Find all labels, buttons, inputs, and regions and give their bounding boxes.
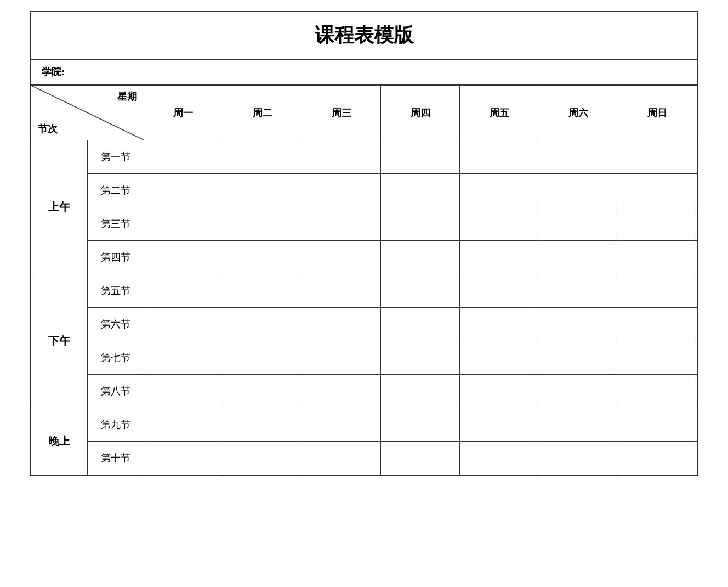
- slot-1-0-day-2[interactable]: [302, 274, 381, 308]
- period-row: 第十节: [31, 442, 697, 475]
- slot-0-1-day-4[interactable]: [460, 174, 539, 207]
- slot-0-3-day-4[interactable]: [460, 241, 539, 274]
- slot-2-1-day-6[interactable]: [618, 442, 697, 475]
- slot-1-2-day-2[interactable]: [302, 341, 381, 375]
- slot-0-0-day-5[interactable]: [539, 140, 618, 174]
- period-name-1-0: 第五节: [87, 274, 144, 308]
- period-name-1-1: 第六节: [87, 308, 144, 341]
- day-header-tue: 周二: [223, 86, 302, 140]
- slot-2-1-day-3[interactable]: [381, 442, 460, 475]
- slot-1-2-day-3[interactable]: [381, 341, 460, 375]
- period-name-0-2: 第三节: [87, 207, 144, 241]
- slot-2-0-day-1[interactable]: [223, 408, 302, 442]
- slot-1-2-day-6[interactable]: [618, 341, 697, 375]
- slot-2-1-day-1[interactable]: [223, 442, 302, 475]
- slot-1-3-day-4[interactable]: [460, 375, 539, 408]
- slot-0-0-day-4[interactable]: [460, 140, 539, 174]
- slot-1-2-day-0[interactable]: [144, 341, 223, 375]
- slot-1-3-day-0[interactable]: [144, 375, 223, 408]
- period-name-2-1: 第十节: [87, 442, 144, 475]
- group-label-1: 下午: [31, 274, 88, 408]
- academy-row: 学院:: [31, 60, 697, 85]
- period-name-2-0: 第九节: [87, 408, 144, 442]
- slot-1-1-day-3[interactable]: [381, 308, 460, 341]
- slot-0-2-day-5[interactable]: [539, 207, 618, 241]
- diagonal-top-label: 星期: [117, 90, 137, 103]
- slot-2-0-day-2[interactable]: [302, 408, 381, 442]
- slot-0-2-day-2[interactable]: [302, 207, 381, 241]
- slot-0-1-day-5[interactable]: [539, 174, 618, 207]
- period-name-1-3: 第八节: [87, 375, 144, 408]
- diagonal-bottom-label: 节次: [38, 122, 58, 136]
- slot-0-1-day-2[interactable]: [302, 174, 381, 207]
- slot-1-1-day-0[interactable]: [144, 308, 223, 341]
- period-row: 第三节: [31, 207, 697, 241]
- slot-0-3-day-3[interactable]: [381, 241, 460, 274]
- period-name-1-2: 第七节: [87, 341, 144, 375]
- slot-2-0-day-4[interactable]: [460, 408, 539, 442]
- slot-2-1-day-2[interactable]: [302, 442, 381, 475]
- day-header-sun: 周日: [618, 86, 697, 140]
- slot-2-1-day-0[interactable]: [144, 442, 223, 475]
- slot-2-0-day-0[interactable]: [144, 408, 223, 442]
- slot-1-3-day-3[interactable]: [381, 375, 460, 408]
- period-row: 第七节: [31, 341, 697, 375]
- slot-0-3-day-0[interactable]: [144, 241, 223, 274]
- slot-1-1-day-6[interactable]: [618, 308, 697, 341]
- slot-1-3-day-6[interactable]: [618, 375, 697, 408]
- period-row: 第八节: [31, 375, 697, 408]
- slot-1-0-day-5[interactable]: [539, 274, 618, 308]
- slot-2-0-day-3[interactable]: [381, 408, 460, 442]
- slot-0-1-day-1[interactable]: [223, 174, 302, 207]
- slot-1-0-day-0[interactable]: [144, 274, 223, 308]
- slot-0-3-day-1[interactable]: [223, 241, 302, 274]
- day-header-sat: 周六: [539, 86, 618, 140]
- slot-0-0-day-1[interactable]: [223, 140, 302, 174]
- slot-1-1-day-2[interactable]: [302, 308, 381, 341]
- slot-0-1-day-3[interactable]: [381, 174, 460, 207]
- slot-1-2-day-4[interactable]: [460, 341, 539, 375]
- slot-0-0-day-2[interactable]: [302, 140, 381, 174]
- slot-1-3-day-5[interactable]: [539, 375, 618, 408]
- period-name-0-1: 第二节: [87, 174, 144, 207]
- period-name-0-3: 第四节: [87, 241, 144, 274]
- slot-0-2-day-4[interactable]: [460, 207, 539, 241]
- period-row: 第四节: [31, 241, 697, 274]
- schedule-container: 课程表模版 学院: 星期 节次 周一 周二 周三 周四 周五 周六 周日: [30, 11, 698, 476]
- slot-1-1-day-1[interactable]: [223, 308, 302, 341]
- slot-2-0-day-6[interactable]: [618, 408, 697, 442]
- slot-1-3-day-1[interactable]: [223, 375, 302, 408]
- period-row: 第六节: [31, 308, 697, 341]
- slot-1-0-day-3[interactable]: [381, 274, 460, 308]
- period-row: 第二节: [31, 174, 697, 207]
- slot-0-1-day-6[interactable]: [618, 174, 697, 207]
- slot-1-2-day-5[interactable]: [539, 341, 618, 375]
- slot-1-3-day-2[interactable]: [302, 375, 381, 408]
- slot-2-1-day-4[interactable]: [460, 442, 539, 475]
- slot-1-2-day-1[interactable]: [223, 341, 302, 375]
- title: 课程表模版: [31, 12, 697, 60]
- slot-1-0-day-4[interactable]: [460, 274, 539, 308]
- day-header-mon: 周一: [144, 86, 223, 140]
- slot-0-2-day-6[interactable]: [618, 207, 697, 241]
- slot-0-3-day-6[interactable]: [618, 241, 697, 274]
- slot-0-1-day-0[interactable]: [144, 174, 223, 207]
- slot-0-2-day-1[interactable]: [223, 207, 302, 241]
- header-row: 星期 节次 周一 周二 周三 周四 周五 周六 周日: [31, 86, 697, 140]
- slot-0-3-day-5[interactable]: [539, 241, 618, 274]
- slot-0-0-day-0[interactable]: [144, 140, 223, 174]
- slot-0-0-day-6[interactable]: [618, 140, 697, 174]
- slot-2-0-day-5[interactable]: [539, 408, 618, 442]
- group-label-0: 上午: [31, 140, 88, 274]
- slot-0-2-day-0[interactable]: [144, 207, 223, 241]
- slot-2-1-day-5[interactable]: [539, 442, 618, 475]
- slot-1-0-day-1[interactable]: [223, 274, 302, 308]
- slot-1-1-day-4[interactable]: [460, 308, 539, 341]
- slot-1-0-day-6[interactable]: [618, 274, 697, 308]
- slot-1-1-day-5[interactable]: [539, 308, 618, 341]
- day-header-wed: 周三: [302, 86, 381, 140]
- diagonal-header-cell: 星期 节次: [31, 86, 144, 140]
- slot-0-2-day-3[interactable]: [381, 207, 460, 241]
- slot-0-0-day-3[interactable]: [381, 140, 460, 174]
- slot-0-3-day-2[interactable]: [302, 241, 381, 274]
